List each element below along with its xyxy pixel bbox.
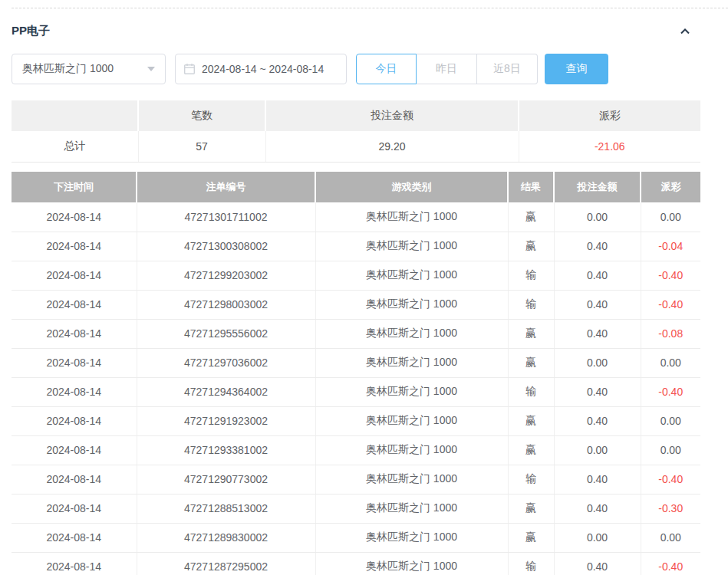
record-row: 2024-08-1447271297036002奥林匹斯之门 1000赢0.00… [12, 348, 700, 377]
summary-table: 笔数 投注金额 派彩 总计 57 29.20 -21.06 [12, 100, 700, 163]
cell-result: 输 [508, 290, 554, 319]
cell-bet-amount: 0.40 [554, 465, 641, 494]
cell-order-id: 47271295556002 [137, 319, 315, 348]
today-button[interactable]: 今日 [356, 54, 417, 84]
cell-order-id: 47271289830002 [137, 523, 315, 552]
date-range-value: 2024-08-14 ~ 2024-08-14 [202, 63, 324, 75]
cell-result: 赢 [508, 202, 554, 232]
cell-result: 输 [508, 377, 554, 406]
cell-game-type: 奥林匹斯之门 1000 [315, 465, 508, 494]
cell-payout: 0.00 [641, 348, 700, 377]
col-bet-amount: 投注金额 [554, 172, 641, 202]
summary-col-payout: 派彩 [519, 100, 700, 131]
summary-col-bet-amount: 投注金额 [265, 100, 519, 131]
cell-payout: 0.00 [641, 406, 700, 435]
record-row: 2024-08-1447271300308002奥林匹斯之门 1000赢0.40… [12, 232, 700, 261]
cell-game-type: 奥林匹斯之门 1000 [315, 232, 508, 261]
query-button[interactable]: 查询 [545, 54, 608, 84]
bet-records-table: 下注时间 注单编号 游戏类别 结果 投注金额 派彩 2024-08-144727… [12, 172, 700, 575]
cell-game-type: 奥林匹斯之门 1000 [315, 348, 508, 377]
cell-payout: -0.40 [641, 465, 700, 494]
cell-result: 赢 [508, 435, 554, 465]
cell-bet-time: 2024-08-14 [12, 435, 137, 465]
cell-game-type: 奥林匹斯之门 1000 [315, 290, 508, 319]
chevron-down-icon [147, 67, 155, 71]
cell-bet-amount: 0.40 [554, 232, 641, 261]
cell-bet-amount: 0.00 [554, 348, 641, 377]
cell-game-type: 奥林匹斯之门 1000 [315, 552, 508, 575]
filter-controls: 奥林匹斯之门 1000 2024-08-14 ~ 2024-08-14 今日 昨… [12, 54, 608, 84]
cell-payout: 0.00 [641, 435, 700, 465]
collapse-chevron-up-icon[interactable] [679, 25, 691, 38]
summary-total-payout: -21.06 [519, 131, 700, 162]
cell-result: 赢 [508, 523, 554, 552]
cell-bet-time: 2024-08-14 [12, 494, 137, 523]
cell-order-id: 47271294364002 [137, 377, 315, 406]
cell-order-id: 47271300308002 [137, 232, 315, 261]
cell-bet-time: 2024-08-14 [12, 552, 137, 575]
cell-order-id: 47271297036002 [137, 348, 315, 377]
last-8-days-button[interactable]: 近8日 [477, 54, 538, 84]
cell-payout: -0.08 [641, 319, 700, 348]
cell-order-id: 47271293381002 [137, 435, 315, 465]
cell-result: 输 [508, 465, 554, 494]
cell-bet-time: 2024-08-14 [12, 202, 137, 232]
cell-payout: 0.00 [641, 202, 700, 232]
date-range-picker[interactable]: 2024-08-14 ~ 2024-08-14 [175, 54, 347, 84]
records-tbody: 2024-08-1447271301711002奥林匹斯之门 1000赢0.00… [12, 202, 700, 575]
record-row: 2024-08-1447271291923002奥林匹斯之门 1000赢0.40… [12, 406, 700, 435]
cell-order-id: 47271288513002 [137, 494, 315, 523]
record-row: 2024-08-1447271298003002奥林匹斯之门 1000输0.40… [12, 290, 700, 319]
section-header: PP电子 [12, 24, 691, 38]
cell-bet-amount: 0.40 [554, 377, 641, 406]
col-result: 结果 [508, 172, 554, 202]
cell-result: 赢 [508, 494, 554, 523]
top-divider [12, 8, 728, 8]
game-select-value: 奥林匹斯之门 1000 [22, 62, 114, 76]
cell-bet-time: 2024-08-14 [12, 406, 137, 435]
cell-game-type: 奥林匹斯之门 1000 [315, 435, 508, 465]
cell-bet-amount: 0.00 [554, 523, 641, 552]
cell-order-id: 47271291923002 [137, 406, 315, 435]
cell-order-id: 47271299203002 [137, 261, 315, 290]
cell-payout: -0.40 [641, 290, 700, 319]
record-row: 2024-08-1447271290773002奥林匹斯之门 1000输0.40… [12, 465, 700, 494]
cell-bet-time: 2024-08-14 [12, 232, 137, 261]
cell-game-type: 奥林匹斯之门 1000 [315, 494, 508, 523]
cell-bet-amount: 0.00 [554, 435, 641, 465]
cell-bet-time: 2024-08-14 [12, 290, 137, 319]
record-row: 2024-08-1447271289830002奥林匹斯之门 1000赢0.00… [12, 523, 700, 552]
betting-records-page: PP电子 奥林匹斯之门 1000 2024-08-14 ~ 2024-08-14… [0, 0, 728, 575]
summary-total-count: 57 [138, 131, 265, 162]
cell-bet-amount: 0.40 [554, 290, 641, 319]
record-row: 2024-08-1447271295556002奥林匹斯之门 1000赢0.40… [12, 319, 700, 348]
record-row: 2024-08-1447271288513002奥林匹斯之门 1000赢0.40… [12, 494, 700, 523]
cell-bet-time: 2024-08-14 [12, 523, 137, 552]
cell-bet-time: 2024-08-14 [12, 261, 137, 290]
cell-bet-amount: 0.40 [554, 261, 641, 290]
game-select[interactable]: 奥林匹斯之门 1000 [12, 54, 166, 84]
cell-payout: -0.04 [641, 232, 700, 261]
cell-order-id: 47271298003002 [137, 290, 315, 319]
cell-game-type: 奥林匹斯之门 1000 [315, 406, 508, 435]
cell-payout: 0.00 [641, 523, 700, 552]
yesterday-button[interactable]: 昨日 [417, 54, 477, 84]
cell-bet-amount: 0.40 [554, 406, 641, 435]
cell-result: 输 [508, 261, 554, 290]
record-row: 2024-08-1447271294364002奥林匹斯之门 1000输0.40… [12, 377, 700, 406]
cell-bet-time: 2024-08-14 [12, 377, 137, 406]
record-row: 2024-08-1447271299203002奥林匹斯之门 1000输0.40… [12, 261, 700, 290]
cell-result: 赢 [508, 232, 554, 261]
cell-order-id: 47271301711002 [137, 202, 315, 232]
section-title: PP电子 [12, 24, 50, 38]
summary-col-blank [12, 100, 138, 131]
cell-game-type: 奥林匹斯之门 1000 [315, 377, 508, 406]
cell-result: 输 [508, 552, 554, 575]
col-payout: 派彩 [641, 172, 700, 202]
summary-col-count: 笔数 [138, 100, 265, 131]
calendar-icon [183, 63, 196, 75]
cell-game-type: 奥林匹斯之门 1000 [315, 523, 508, 552]
cell-bet-time: 2024-08-14 [12, 319, 137, 348]
date-shortcut-group: 今日 昨日 近8日 [356, 54, 538, 84]
cell-game-type: 奥林匹斯之门 1000 [315, 319, 508, 348]
